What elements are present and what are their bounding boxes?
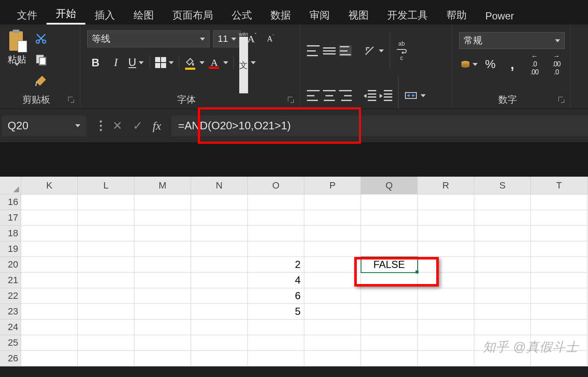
cell-Q22[interactable] [361, 288, 418, 304]
cell-O19[interactable] [248, 241, 304, 257]
cell-M21[interactable] [134, 273, 191, 288]
cell-O22[interactable]: 6 [248, 288, 304, 304]
cell-L21[interactable] [78, 273, 134, 288]
cell-R24[interactable] [418, 320, 474, 335]
row-header-17[interactable]: 17 [0, 210, 21, 226]
clipboard-dialog-launcher[interactable] [67, 96, 75, 104]
decrease-indent-icon[interactable] [364, 90, 376, 101]
font-name-combo[interactable]: 等线 [87, 30, 210, 47]
cell-S21[interactable] [474, 273, 531, 288]
cell-O20[interactable]: 2 [248, 257, 304, 273]
tab-draw[interactable]: 绘图 [124, 8, 163, 25]
cell-Q19[interactable] [361, 241, 418, 257]
cell-K18[interactable] [21, 226, 78, 241]
cell-Q24[interactable] [361, 320, 418, 335]
cell-M20[interactable] [134, 257, 191, 273]
tab-layout[interactable]: 页面布局 [163, 8, 222, 25]
cell-M24[interactable] [134, 320, 191, 335]
cell-R22[interactable] [418, 288, 474, 304]
cell-T19[interactable] [531, 241, 588, 257]
cell-Q26[interactable] [361, 351, 418, 366]
cell-S23[interactable] [474, 304, 531, 320]
row-header-20[interactable]: 20 [0, 257, 21, 273]
cell-P16[interactable] [304, 194, 361, 210]
cell-L22[interactable] [78, 288, 134, 304]
col-header-O[interactable]: O [248, 177, 304, 194]
name-box[interactable]: Q20 [2, 116, 86, 136]
cell-M22[interactable] [134, 288, 191, 304]
cell-L20[interactable] [78, 257, 134, 273]
font-color-button[interactable]: A [208, 54, 228, 71]
cell-L19[interactable] [78, 241, 134, 257]
cell-N21[interactable] [191, 273, 248, 288]
cell-N26[interactable] [191, 351, 248, 366]
col-header-L[interactable]: L [78, 177, 134, 194]
col-header-R[interactable]: R [418, 177, 474, 194]
cell-O24[interactable] [248, 320, 304, 335]
cell-L23[interactable] [78, 304, 134, 320]
cell-T16[interactable] [531, 194, 588, 210]
cell-T20[interactable] [531, 257, 588, 273]
cell-O25[interactable] [248, 335, 304, 351]
select-all-corner[interactable] [0, 177, 21, 194]
formula-bar-options[interactable] [95, 120, 107, 131]
cell-K21[interactable] [21, 273, 78, 288]
cell-O21[interactable]: 4 [248, 273, 304, 288]
tab-dev[interactable]: 开发工具 [378, 8, 437, 25]
cell-N22[interactable] [191, 288, 248, 304]
cell-P19[interactable] [304, 241, 361, 257]
borders-button[interactable] [155, 54, 174, 71]
cell-R25[interactable] [418, 335, 474, 351]
cell-S17[interactable] [474, 210, 531, 226]
bold-button[interactable]: B [87, 54, 104, 71]
tab-view[interactable]: 视图 [339, 8, 378, 25]
decrease-font-icon[interactable]: Aˇ [263, 31, 278, 46]
decrease-decimal-icon[interactable]: →.00.0 [547, 57, 566, 72]
cell-L24[interactable] [78, 320, 134, 335]
cell-N23[interactable] [191, 304, 248, 320]
cell-N24[interactable] [191, 320, 248, 335]
col-header-S[interactable]: S [474, 177, 531, 194]
cell-M26[interactable] [134, 351, 191, 366]
increase-decimal-icon[interactable]: ←.0.00 [525, 57, 544, 72]
cell-K20[interactable] [21, 257, 78, 273]
cell-P18[interactable] [304, 226, 361, 241]
row-header-26[interactable]: 26 [0, 351, 21, 366]
cell-P25[interactable] [304, 335, 361, 351]
cell-P20[interactable] [304, 257, 361, 273]
cancel-formula-icon[interactable]: ✕ [107, 116, 127, 136]
cell-O26[interactable] [248, 351, 304, 366]
tab-help[interactable]: 帮助 [437, 8, 476, 25]
cell-O23[interactable]: 5 [248, 304, 304, 320]
wrap-text-icon[interactable]: ab c [396, 40, 407, 61]
cell-S20[interactable] [474, 257, 531, 273]
tab-power[interactable]: Power [476, 10, 523, 25]
cell-T23[interactable] [531, 304, 588, 320]
cell-Q25[interactable] [361, 335, 418, 351]
cell-M25[interactable] [134, 335, 191, 351]
row-header-22[interactable]: 22 [0, 288, 21, 304]
cell-R19[interactable] [418, 241, 474, 257]
cell-K25[interactable] [21, 335, 78, 351]
increase-indent-icon[interactable] [380, 90, 392, 101]
cell-K26[interactable] [21, 351, 78, 366]
paste-button[interactable]: 粘贴 [3, 28, 31, 72]
row-header-24[interactable]: 24 [0, 320, 21, 335]
number-format-combo[interactable]: 常规 [459, 32, 565, 49]
cell-R26[interactable] [418, 351, 474, 366]
cell-N16[interactable] [191, 194, 248, 210]
cell-Q23[interactable] [361, 304, 418, 320]
tab-review[interactable]: 审阅 [300, 8, 339, 25]
cell-O16[interactable] [248, 194, 304, 210]
tab-home[interactable]: 开始 [46, 7, 85, 25]
cell-P24[interactable] [304, 320, 361, 335]
cell-K17[interactable] [21, 210, 78, 226]
percent-format-icon[interactable]: % [481, 57, 500, 72]
cell-M23[interactable] [134, 304, 191, 320]
cell-Q21[interactable] [361, 273, 418, 288]
tab-formula[interactable]: 公式 [222, 8, 261, 25]
cell-T21[interactable] [531, 273, 588, 288]
phonetic-button[interactable]: wén文 [239, 54, 256, 71]
cell-K23[interactable] [21, 304, 78, 320]
cell-Q16[interactable] [361, 194, 418, 210]
